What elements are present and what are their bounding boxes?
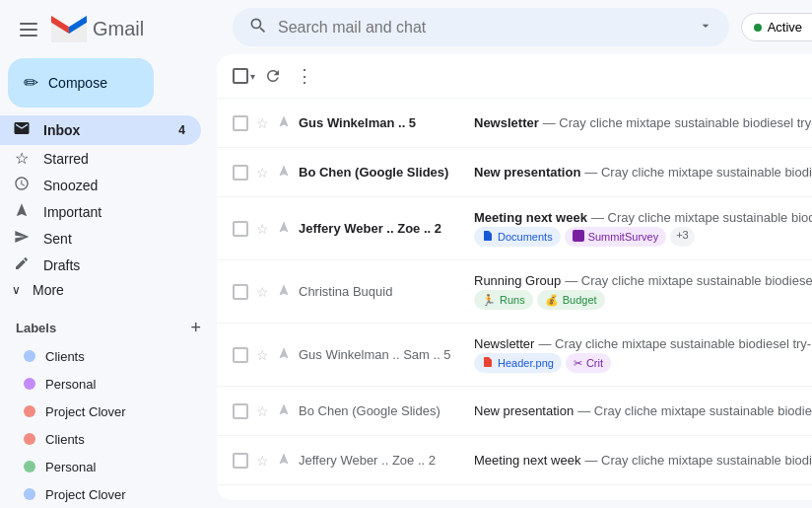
- nav-more[interactable]: ∨ More: [0, 278, 201, 302]
- label-item-personal1[interactable]: Personal: [16, 370, 185, 398]
- email-row[interactable]: ☆ Jeffery Weber .. Zoe .. 2 Meeting next…: [217, 436, 812, 485]
- status-chevron-icon: [808, 21, 812, 35]
- row-content: Newsletter — Cray cliche mixtape sustain…: [474, 115, 812, 130]
- row-star-icon[interactable]: ☆: [256, 347, 269, 363]
- row-star-icon[interactable]: ☆: [256, 115, 269, 131]
- nav-starred[interactable]: ☆ Starred: [0, 145, 201, 172]
- nav-snoozed[interactable]: Snoozed: [0, 172, 201, 198]
- email-row[interactable]: ☆ Bo Chen (Google Slides) New presentati…: [217, 148, 812, 197]
- row-content: Running Group — Cray cliche mixtape sust…: [474, 273, 812, 310]
- row-important-icon[interactable]: [277, 283, 291, 300]
- nav-drafts[interactable]: Drafts: [0, 252, 201, 278]
- row-important-icon[interactable]: [277, 452, 291, 469]
- hamburger-menu[interactable]: [16, 17, 41, 42]
- row-checkbox[interactable]: [233, 403, 248, 419]
- email-list: ☆ Gus Winkelman .. 5 Newsletter — Cray c…: [217, 99, 812, 500]
- row-important-icon[interactable]: [277, 114, 291, 131]
- label-item-clients2[interactable]: Clients: [16, 425, 185, 453]
- select-checkbox[interactable]: [233, 68, 248, 84]
- row-checkbox[interactable]: [233, 453, 248, 469]
- labels-title: Labels: [16, 321, 56, 335]
- row-important-icon[interactable]: [277, 346, 291, 363]
- row-subject: Meeting next week: [474, 210, 587, 225]
- search-input[interactable]: [278, 19, 688, 36]
- row-star-icon[interactable]: ☆: [256, 403, 269, 419]
- label-text-personal2: Personal: [45, 460, 96, 474]
- compose-button[interactable]: ✏ Compose: [8, 58, 154, 108]
- email-row[interactable]: ☆ Jeffery Weber .. Zoe .. 2 Meeting next…: [217, 197, 812, 260]
- row-checkbox[interactable]: [233, 284, 248, 300]
- search-box[interactable]: [233, 8, 729, 46]
- email-chip: 🏃Runs: [474, 290, 533, 310]
- email-chip: Header.png: [474, 353, 562, 373]
- nav-inbox[interactable]: Inbox 4: [0, 115, 201, 145]
- row-important-icon[interactable]: [277, 402, 291, 419]
- row-checkbox[interactable]: [233, 165, 248, 181]
- label-text-clients1: Clients: [45, 349, 85, 364]
- row-snippet: — Cray cliche mixtape sustainable biodie…: [577, 403, 812, 418]
- row-snippet: — Cray cliche mixtape sustainable biodie…: [565, 273, 812, 288]
- row-checkbox[interactable]: [233, 115, 248, 131]
- email-row[interactable]: ☆ Christina Buquid Running Group — Cray …: [217, 260, 812, 324]
- label-text-projectclover2: Project Clover: [45, 487, 126, 502]
- label-dot-projectclover1: [24, 405, 35, 417]
- nav-important[interactable]: Important: [0, 198, 201, 225]
- email-row[interactable]: ☆ Gus Winkelman .. Sam .. 5 Newsletter —…: [217, 324, 812, 387]
- sent-label: Sent: [43, 231, 72, 247]
- status-button[interactable]: Active: [741, 13, 812, 41]
- more-chevron-icon: ∨: [12, 283, 21, 297]
- refresh-button[interactable]: [259, 62, 287, 90]
- sent-icon: [12, 229, 32, 248]
- label-item-personal2[interactable]: Personal: [16, 453, 185, 480]
- email-row[interactable]: ☆ Christina Buquid Running Group — Cray …: [217, 485, 812, 500]
- row-subject: Newsletter: [474, 115, 539, 130]
- nav-sent[interactable]: Sent: [0, 225, 201, 252]
- svg-rect-1: [20, 29, 37, 31]
- gmail-title: Gmail: [93, 18, 144, 40]
- compose-label: Compose: [48, 75, 107, 91]
- inbox-label: Inbox: [43, 122, 80, 138]
- row-snippet: — Cray cliche mixtape sustainable biodie…: [584, 453, 812, 468]
- select-all-checkbox[interactable]: ▾: [233, 68, 255, 84]
- row-checkbox[interactable]: [233, 221, 248, 237]
- email-chip: Documents: [474, 227, 561, 247]
- add-label-button[interactable]: +: [190, 318, 201, 338]
- row-star-icon[interactable]: ☆: [256, 453, 269, 469]
- more-options-button[interactable]: ⋮: [291, 62, 318, 90]
- label-text-clients2: Clients: [45, 432, 85, 447]
- row-important-icon[interactable]: [277, 220, 291, 237]
- row-content: Meeting next week — Cray cliche mixtape …: [474, 210, 812, 247]
- email-chip: ✂Crit: [566, 353, 611, 373]
- row-sender: Gus Winkelman .. Sam .. 5: [299, 347, 466, 362]
- row-subject: New presentation: [474, 403, 574, 418]
- email-row[interactable]: ☆ Bo Chen (Google Slides) New presentati…: [217, 387, 812, 436]
- label-text-projectclover1: Project Clover: [45, 404, 126, 419]
- row-snippet: — Cray cliche mixtape sustainable biodie…: [543, 115, 812, 130]
- row-star-icon[interactable]: ☆: [256, 165, 269, 181]
- search-dropdown-icon[interactable]: [698, 18, 713, 36]
- row-star-icon[interactable]: ☆: [256, 284, 269, 300]
- inbox-icon: [12, 119, 32, 141]
- row-sender: Jeffery Weber .. Zoe .. 2: [299, 221, 466, 236]
- row-sender: Jeffery Weber .. Zoe .. 2: [299, 453, 466, 468]
- important-label: Important: [43, 204, 102, 220]
- email-row[interactable]: ☆ Gus Winkelman .. 5 Newsletter — Cray c…: [217, 99, 812, 148]
- row-snippet: — Cray cliche mixtape sustainable biodie…: [584, 165, 812, 180]
- label-item-clients1[interactable]: Clients: [16, 342, 185, 370]
- row-star-icon[interactable]: ☆: [256, 221, 269, 237]
- row-important-icon[interactable]: [277, 164, 291, 181]
- email-chip: SummitSurvey: [565, 227, 667, 247]
- svg-rect-2: [20, 35, 37, 36]
- drafts-label: Drafts: [43, 257, 80, 273]
- starred-label: Starred: [43, 151, 89, 167]
- label-item-project-clover2[interactable]: Project Clover: [16, 480, 185, 508]
- label-item-project-clover1[interactable]: Project Clover: [16, 398, 185, 425]
- snoozed-icon: [12, 176, 32, 194]
- row-content: New presentation — Cray cliche mixtape s…: [474, 403, 812, 418]
- row-subject: New presentation: [474, 165, 580, 180]
- row-checkbox[interactable]: [233, 347, 248, 363]
- select-dropdown-icon[interactable]: ▾: [250, 71, 255, 82]
- row-snippet: — Cray cliche mixtape sustainable biodie…: [538, 336, 812, 351]
- chip-count: +3: [670, 227, 695, 247]
- label-dot-clients1: [24, 350, 35, 362]
